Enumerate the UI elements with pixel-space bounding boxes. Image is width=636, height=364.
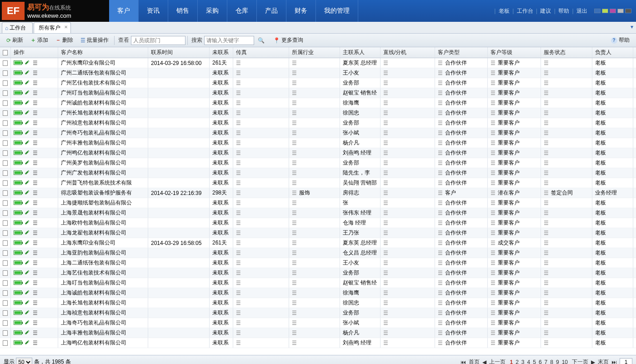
list-icon[interactable]: ☰ bbox=[544, 190, 549, 196]
list-icon[interactable]: ☰ bbox=[383, 60, 389, 66]
edit-icon[interactable] bbox=[25, 219, 30, 226]
menu-icon[interactable]: ☰ bbox=[33, 230, 38, 236]
page-number[interactable]: 10 bbox=[562, 359, 568, 364]
table-row[interactable]: ☰广州祯意包装材料有限公司未联系☰☰业务部☰☰合作伙伴☰重要客户☰老板 bbox=[0, 118, 636, 128]
first-page-icon[interactable]: ⏮ bbox=[461, 359, 466, 364]
column-nocontact[interactable]: 未联系 bbox=[210, 47, 233, 58]
list-icon[interactable]: ☰ bbox=[491, 230, 496, 236]
list-icon[interactable]: ☰ bbox=[292, 340, 297, 346]
list-icon[interactable]: ☰ bbox=[438, 240, 443, 246]
status-icon[interactable] bbox=[14, 150, 22, 156]
list-icon[interactable]: ☰ bbox=[292, 180, 297, 186]
list-icon[interactable]: ☰ bbox=[438, 310, 443, 316]
close-icon[interactable]: ✕ bbox=[64, 25, 68, 30]
list-icon[interactable]: ☰ bbox=[383, 90, 389, 96]
edit-icon[interactable] bbox=[25, 259, 30, 266]
row-checkbox[interactable] bbox=[0, 178, 11, 188]
grid-body[interactable]: ☰广州东鹰印业有限公司2014-03-29 16:58:00261天☰☰夏东英 … bbox=[0, 58, 636, 355]
list-icon[interactable]: ☰ bbox=[544, 180, 549, 186]
menu-icon[interactable]: ☰ bbox=[33, 60, 38, 66]
table-row[interactable]: ☰广州奇巧包装礼品有限公司未联系☰☰张小斌☰☰合作伙伴☰重要客户☰老板 bbox=[0, 128, 636, 138]
column-name[interactable]: 客户名称 bbox=[58, 47, 148, 58]
edit-icon[interactable] bbox=[25, 140, 30, 146]
list-icon[interactable]: ☰ bbox=[292, 130, 297, 136]
menu-icon[interactable]: ☰ bbox=[33, 70, 38, 76]
list-icon[interactable]: ☰ bbox=[544, 90, 549, 96]
status-icon[interactable] bbox=[14, 180, 22, 186]
row-checkbox[interactable] bbox=[0, 288, 11, 298]
theme-swatch[interactable] bbox=[610, 9, 616, 13]
help-button[interactable]: ? 帮助 bbox=[607, 35, 633, 45]
list-icon[interactable]: ☰ bbox=[438, 280, 443, 286]
list-icon[interactable]: ☰ bbox=[383, 110, 389, 116]
edit-icon[interactable] bbox=[25, 60, 30, 66]
list-icon[interactable]: ☰ bbox=[491, 320, 496, 326]
list-icon[interactable]: ☰ bbox=[292, 330, 297, 336]
list-icon[interactable]: ☰ bbox=[438, 250, 443, 256]
list-icon[interactable]: ☰ bbox=[236, 180, 241, 186]
list-icon[interactable]: ☰ bbox=[292, 320, 297, 326]
menu-icon[interactable]: ☰ bbox=[33, 190, 38, 196]
list-icon[interactable]: ☰ bbox=[544, 210, 549, 216]
list-icon[interactable]: ☰ bbox=[236, 110, 241, 116]
row-checkbox[interactable] bbox=[0, 238, 11, 248]
column-status[interactable]: 服务状态 bbox=[541, 47, 592, 58]
list-icon[interactable]: ☰ bbox=[438, 100, 443, 106]
menu-icon[interactable]: ☰ bbox=[33, 270, 38, 276]
list-icon[interactable]: ☰ bbox=[438, 210, 443, 216]
edit-icon[interactable] bbox=[25, 339, 30, 346]
list-icon[interactable]: ☰ bbox=[236, 130, 241, 136]
theme-swatch[interactable] bbox=[594, 9, 601, 13]
next-page-icon[interactable]: ▶ bbox=[591, 359, 595, 364]
list-icon[interactable]: ☰ bbox=[236, 230, 241, 236]
list-icon[interactable]: ☰ bbox=[438, 340, 443, 346]
list-icon[interactable]: ☰ bbox=[383, 330, 389, 336]
edit-icon[interactable] bbox=[25, 239, 30, 246]
list-icon[interactable]: ☰ bbox=[544, 120, 549, 126]
header-link[interactable]: 建议 bbox=[540, 8, 551, 14]
list-icon[interactable]: ☰ bbox=[383, 270, 389, 276]
menu-icon[interactable]: ☰ bbox=[33, 150, 38, 156]
list-icon[interactable]: ☰ bbox=[438, 170, 443, 176]
row-checkbox[interactable] bbox=[0, 198, 11, 208]
menu-icon[interactable]: ☰ bbox=[33, 160, 38, 166]
page-number[interactable]: 3 bbox=[521, 359, 525, 364]
tab-home[interactable]: ⌂工作台 bbox=[2, 22, 33, 33]
list-icon[interactable]: ☰ bbox=[292, 90, 297, 96]
page-number[interactable]: 5 bbox=[533, 359, 536, 364]
list-icon[interactable]: ☰ bbox=[236, 250, 241, 256]
list-icon[interactable]: ☰ bbox=[491, 340, 496, 346]
list-icon[interactable]: ☰ bbox=[292, 290, 297, 296]
list-icon[interactable]: ☰ bbox=[383, 280, 389, 286]
status-icon[interactable] bbox=[14, 120, 22, 126]
list-icon[interactable]: ☰ bbox=[383, 260, 389, 266]
list-icon[interactable]: ☰ bbox=[383, 180, 389, 186]
list-icon[interactable]: ☰ bbox=[491, 60, 496, 66]
table-row[interactable]: ☰上海东鹰印业有限公司2014-03-29 16:58:05261天☰☰夏东英 … bbox=[0, 238, 636, 248]
status-icon[interactable] bbox=[14, 280, 22, 286]
menu-icon[interactable]: ☰ bbox=[33, 90, 38, 96]
table-row[interactable]: ☰上海捷顺纸塑包装制品有限公未联系☰☰张☰☰合作伙伴☰重要客户☰老板 bbox=[0, 198, 636, 208]
list-icon[interactable]: ☰ bbox=[544, 300, 549, 306]
list-icon[interactable]: ☰ bbox=[438, 150, 443, 156]
status-icon[interactable] bbox=[14, 90, 22, 96]
list-icon[interactable]: ☰ bbox=[491, 140, 496, 146]
edit-icon[interactable] bbox=[25, 279, 30, 286]
list-icon[interactable]: ☰ bbox=[292, 140, 297, 146]
page-size-select[interactable]: 50 bbox=[16, 358, 32, 364]
row-checkbox[interactable] bbox=[0, 218, 11, 228]
row-checkbox[interactable] bbox=[0, 78, 11, 88]
list-icon[interactable]: ☰ bbox=[292, 190, 297, 196]
menu-icon[interactable]: ☰ bbox=[33, 200, 38, 206]
list-icon[interactable]: ☰ bbox=[383, 170, 389, 176]
list-icon[interactable]: ☰ bbox=[383, 340, 389, 346]
edit-icon[interactable] bbox=[25, 199, 30, 206]
row-checkbox[interactable] bbox=[0, 58, 11, 68]
list-icon[interactable]: ☰ bbox=[383, 240, 389, 246]
list-icon[interactable]: ☰ bbox=[438, 190, 443, 196]
list-icon[interactable]: ☰ bbox=[544, 330, 549, 336]
status-icon[interactable] bbox=[14, 110, 22, 116]
tab-all-customers[interactable]: 所有客户✕ bbox=[34, 22, 71, 33]
list-icon[interactable]: ☰ bbox=[292, 210, 297, 216]
list-icon[interactable]: ☰ bbox=[491, 150, 496, 156]
